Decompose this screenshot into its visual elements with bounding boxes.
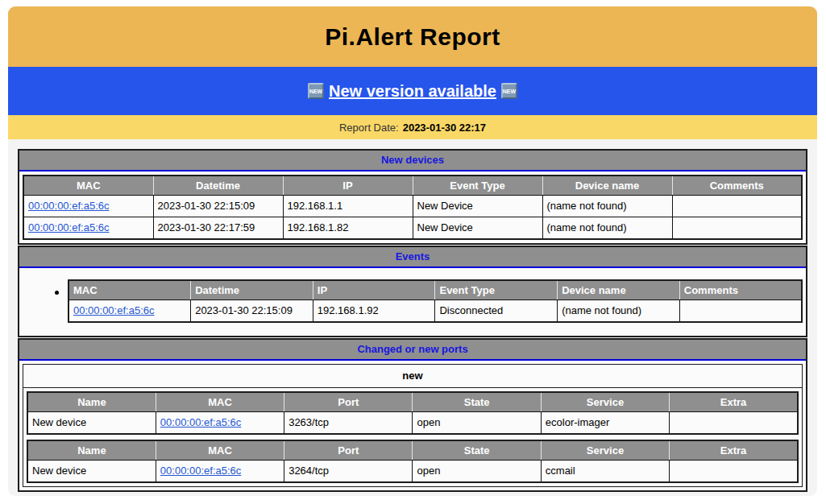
column-header-mac: MAC xyxy=(156,440,284,461)
ip-cell: 192.168.1.92 xyxy=(313,300,435,323)
port-cell: 3263/tcp xyxy=(284,412,413,435)
events-list: MAC Datetime IP Event Type Device name C… xyxy=(56,279,803,323)
mac-link[interactable]: 00:00:00:ef:a5:6c xyxy=(160,416,241,428)
mac-link[interactable]: 00:00:00:ef:a5:6c xyxy=(28,200,109,212)
event-type-cell: New Device xyxy=(413,196,542,217)
name-cell: New device xyxy=(27,412,156,435)
ports-table-1: Name MAC Port State Service Extra New de… xyxy=(27,391,799,435)
column-header-datetime: Datetime xyxy=(153,176,283,196)
column-header-device-name: Device name xyxy=(558,280,680,300)
datetime-cell: 2023-01-30 22:17:59 xyxy=(153,217,283,240)
mac-cell: 00:00:00:ef:a5:6c xyxy=(23,217,153,240)
section-events: Events MAC Datetime IP Event Type Device… xyxy=(18,246,807,337)
column-header-name: Name xyxy=(27,440,156,461)
column-header-name: Name xyxy=(27,392,156,412)
column-header-service: Service xyxy=(541,392,669,412)
column-header-ip: IP xyxy=(283,176,413,196)
column-header-port: Port xyxy=(284,440,413,461)
report-date-label: Report Date: xyxy=(339,122,399,134)
table-row: New device 00:00:00:ef:a5:6c 3263/tcp op… xyxy=(27,412,798,435)
service-cell: ccmail xyxy=(541,461,669,483)
table-header-row: MAC Datetime IP Event Type Device name C… xyxy=(68,280,802,300)
service-cell: ecolor-imager xyxy=(541,412,669,435)
state-cell: open xyxy=(413,461,541,483)
column-header-mac: MAC xyxy=(68,280,191,300)
table-row: 00:00:00:ef:a5:6c 2023-01-30 22:15:09 19… xyxy=(23,196,802,217)
table-header-row: MAC Datetime IP Event Type Device name C… xyxy=(23,176,802,196)
mac-link[interactable]: 00:00:00:ef:a5:6c xyxy=(73,304,154,316)
report-date-value: 2023-01-30 22:17 xyxy=(403,122,486,134)
report-body: New devices MAC Datetime IP Event Type D… xyxy=(8,139,817,492)
table-header-row: Name MAC Port State Service Extra xyxy=(27,440,798,461)
ports-group-label: new xyxy=(23,365,802,388)
column-header-event-type: Event Type xyxy=(413,176,542,196)
new-badge-icon: NEW xyxy=(501,83,517,99)
column-header-comments: Comments xyxy=(672,176,802,196)
column-header-device-name: Device name xyxy=(542,176,672,196)
column-header-extra: Extra xyxy=(670,392,798,412)
table-row: New device 00:00:00:ef:a5:6c 3264/tcp op… xyxy=(27,461,798,483)
mac-link[interactable]: 00:00:00:ef:a5:6c xyxy=(28,221,109,233)
table-row: 00:00:00:ef:a5:6c 2023-01-30 22:17:59 19… xyxy=(23,217,802,240)
section-changed-ports: Changed or new ports new Name MAC Port S… xyxy=(18,338,807,492)
column-header-comments: Comments xyxy=(679,280,802,300)
datetime-cell: 2023-01-30 22:15:09 xyxy=(153,196,283,217)
ports-table-2: Name MAC Port State Service Extra New de… xyxy=(27,440,799,483)
ip-cell: 192.168.1.82 xyxy=(283,217,413,240)
column-header-extra: Extra xyxy=(670,440,798,461)
column-header-port: Port xyxy=(284,392,413,412)
report-date-band: Report Date: 2023-01-30 22:17 xyxy=(8,115,817,139)
mac-cell: 00:00:00:ef:a5:6c xyxy=(68,300,191,323)
table-row: 00:00:00:ef:a5:6c 2023-01-30 22:15:09 19… xyxy=(68,300,802,323)
section-title-changed-ports: Changed or new ports xyxy=(19,340,806,361)
section-title-events: Events xyxy=(19,247,806,268)
column-header-datetime: Datetime xyxy=(191,280,313,300)
mac-cell: 00:00:00:ef:a5:6c xyxy=(156,412,284,435)
column-header-state: State xyxy=(413,392,541,412)
new-devices-table: MAC Datetime IP Event Type Device name C… xyxy=(23,175,803,240)
datetime-cell: 2023-01-30 22:15:09 xyxy=(191,300,313,323)
ip-cell: 192.168.1.1 xyxy=(283,196,413,217)
list-item: MAC Datetime IP Event Type Device name C… xyxy=(68,279,803,323)
mac-cell: 00:00:00:ef:a5:6c xyxy=(156,461,284,483)
name-cell: New device xyxy=(27,461,156,483)
comments-cell xyxy=(672,217,802,240)
new-version-link[interactable]: New version available xyxy=(329,82,496,101)
event-type-cell: New Device xyxy=(413,217,542,240)
column-header-state: State xyxy=(413,440,541,461)
comments-cell xyxy=(672,196,802,217)
device-name-cell: (name not found) xyxy=(542,196,672,217)
version-banner: NEW New version available NEW xyxy=(8,67,817,115)
comments-cell xyxy=(679,300,802,323)
column-header-event-type: Event Type xyxy=(435,280,558,300)
extra-cell xyxy=(670,461,798,483)
port-cell: 3264/tcp xyxy=(284,461,413,483)
extra-cell xyxy=(670,412,798,435)
report-card: Pi.Alert Report NEW New version availabl… xyxy=(8,6,817,496)
column-header-service: Service xyxy=(541,440,669,461)
device-name-cell: (name not found) xyxy=(542,217,672,240)
column-header-mac: MAC xyxy=(156,392,284,412)
device-name-cell: (name not found) xyxy=(558,300,680,323)
page-title: Pi.Alert Report xyxy=(325,23,500,51)
event-type-cell: Disconnected xyxy=(435,300,558,323)
new-badge-icon: NEW xyxy=(308,83,324,99)
section-new-devices: New devices MAC Datetime IP Event Type D… xyxy=(18,149,807,245)
mac-link[interactable]: 00:00:00:ef:a5:6c xyxy=(160,465,241,477)
events-table: MAC Datetime IP Event Type Device name C… xyxy=(68,279,803,323)
mac-cell: 00:00:00:ef:a5:6c xyxy=(23,196,153,217)
section-title-new-devices: New devices xyxy=(19,151,806,171)
column-header-mac: MAC xyxy=(23,176,153,196)
state-cell: open xyxy=(413,412,541,435)
ports-group-new: new Name MAC Port State Service Extra xyxy=(23,364,803,487)
column-header-ip: IP xyxy=(313,280,435,300)
table-header-row: Name MAC Port State Service Extra xyxy=(27,392,798,412)
masthead: Pi.Alert Report xyxy=(8,6,817,67)
